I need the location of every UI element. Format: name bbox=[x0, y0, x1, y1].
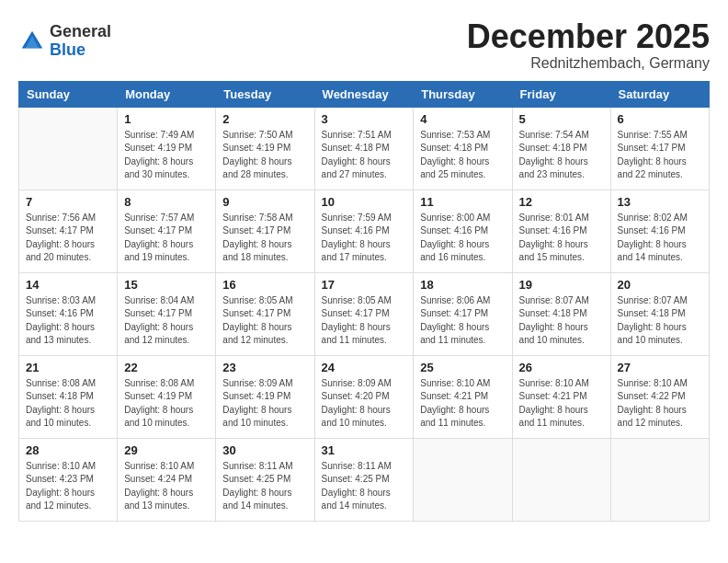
day-info: Sunrise: 8:10 AM Sunset: 4:23 PM Dayligh… bbox=[26, 460, 110, 513]
day-info: Sunrise: 8:04 AM Sunset: 4:17 PM Dayligh… bbox=[124, 294, 209, 348]
calendar-week-row: 14Sunrise: 8:03 AM Sunset: 4:16 PM Dayli… bbox=[19, 272, 710, 355]
weekday-header: Tuesday bbox=[216, 81, 314, 107]
calendar-cell: 7Sunrise: 7:56 AM Sunset: 4:17 PM Daylig… bbox=[19, 190, 118, 272]
day-number: 31 bbox=[322, 443, 407, 457]
day-info: Sunrise: 7:56 AM Sunset: 4:17 PM Dayligh… bbox=[26, 212, 110, 265]
calendar-cell: 8Sunrise: 7:57 AM Sunset: 4:17 PM Daylig… bbox=[118, 190, 216, 272]
calendar-cell bbox=[512, 438, 610, 521]
calendar-cell: 16Sunrise: 8:05 AM Sunset: 4:17 PM Dayli… bbox=[216, 272, 314, 355]
day-number: 25 bbox=[420, 361, 505, 374]
day-number: 26 bbox=[519, 361, 604, 374]
day-number: 13 bbox=[618, 195, 702, 209]
day-number: 2 bbox=[222, 112, 307, 126]
calendar-cell: 3Sunrise: 7:51 AM Sunset: 4:18 PM Daylig… bbox=[314, 107, 414, 190]
day-info: Sunrise: 8:07 AM Sunset: 4:18 PM Dayligh… bbox=[618, 294, 702, 348]
weekday-header: Friday bbox=[512, 81, 610, 107]
day-number: 20 bbox=[618, 278, 702, 292]
day-info: Sunrise: 7:59 AM Sunset: 4:16 PM Dayligh… bbox=[322, 212, 407, 265]
day-number: 28 bbox=[26, 443, 110, 457]
calendar-cell: 25Sunrise: 8:10 AM Sunset: 4:21 PM Dayli… bbox=[414, 355, 512, 438]
day-info: Sunrise: 8:00 AM Sunset: 4:16 PM Dayligh… bbox=[420, 212, 505, 265]
day-number: 11 bbox=[420, 195, 505, 209]
day-number: 8 bbox=[124, 195, 209, 209]
weekday-header: Saturday bbox=[610, 81, 709, 107]
day-number: 10 bbox=[322, 195, 407, 209]
calendar-cell: 15Sunrise: 8:04 AM Sunset: 4:17 PM Dayli… bbox=[118, 272, 216, 355]
calendar-cell: 19Sunrise: 8:07 AM Sunset: 4:18 PM Dayli… bbox=[512, 272, 610, 355]
day-info: Sunrise: 8:11 AM Sunset: 4:25 PM Dayligh… bbox=[222, 460, 307, 513]
day-info: Sunrise: 8:10 AM Sunset: 4:21 PM Dayligh… bbox=[519, 377, 604, 431]
day-number: 18 bbox=[420, 278, 505, 292]
calendar-cell: 4Sunrise: 7:53 AM Sunset: 4:18 PM Daylig… bbox=[414, 107, 512, 190]
calendar-cell: 5Sunrise: 7:54 AM Sunset: 4:18 PM Daylig… bbox=[512, 107, 610, 190]
calendar-cell: 18Sunrise: 8:06 AM Sunset: 4:17 PM Dayli… bbox=[414, 272, 512, 355]
weekday-header: Monday bbox=[118, 81, 216, 107]
day-number: 9 bbox=[222, 195, 307, 209]
calendar-cell: 24Sunrise: 8:09 AM Sunset: 4:20 PM Dayli… bbox=[314, 355, 414, 438]
day-info: Sunrise: 8:07 AM Sunset: 4:18 PM Dayligh… bbox=[519, 294, 604, 348]
day-info: Sunrise: 7:58 AM Sunset: 4:17 PM Dayligh… bbox=[222, 212, 307, 265]
day-info: Sunrise: 8:05 AM Sunset: 4:17 PM Dayligh… bbox=[222, 294, 307, 348]
day-info: Sunrise: 7:51 AM Sunset: 4:18 PM Dayligh… bbox=[322, 129, 407, 182]
day-number: 29 bbox=[124, 443, 209, 457]
day-number: 4 bbox=[420, 112, 505, 126]
calendar-cell: 28Sunrise: 8:10 AM Sunset: 4:23 PM Dayli… bbox=[19, 438, 118, 521]
day-info: Sunrise: 8:08 AM Sunset: 4:18 PM Dayligh… bbox=[26, 377, 110, 431]
calendar-cell: 29Sunrise: 8:10 AM Sunset: 4:24 PM Dayli… bbox=[118, 438, 216, 521]
day-info: Sunrise: 8:05 AM Sunset: 4:17 PM Dayligh… bbox=[322, 294, 407, 348]
day-info: Sunrise: 8:01 AM Sunset: 4:16 PM Dayligh… bbox=[519, 212, 604, 265]
calendar-cell: 14Sunrise: 8:03 AM Sunset: 4:16 PM Dayli… bbox=[19, 272, 118, 355]
day-number: 1 bbox=[124, 112, 209, 126]
day-info: Sunrise: 7:57 AM Sunset: 4:17 PM Dayligh… bbox=[124, 212, 209, 265]
day-number: 24 bbox=[322, 361, 407, 374]
calendar-cell: 13Sunrise: 8:02 AM Sunset: 4:16 PM Dayli… bbox=[610, 190, 709, 272]
logo: General Blue bbox=[18, 23, 111, 60]
day-number: 16 bbox=[222, 278, 307, 292]
day-info: Sunrise: 8:10 AM Sunset: 4:24 PM Dayligh… bbox=[124, 460, 209, 513]
day-number: 5 bbox=[519, 112, 604, 126]
day-number: 17 bbox=[322, 278, 407, 292]
calendar-cell: 9Sunrise: 7:58 AM Sunset: 4:17 PM Daylig… bbox=[216, 190, 314, 272]
day-number: 27 bbox=[618, 361, 702, 374]
calendar-cell: 20Sunrise: 8:07 AM Sunset: 4:18 PM Dayli… bbox=[610, 272, 709, 355]
weekday-header: Thursday bbox=[414, 81, 512, 107]
calendar-cell: 26Sunrise: 8:10 AM Sunset: 4:21 PM Dayli… bbox=[512, 355, 610, 438]
day-info: Sunrise: 8:09 AM Sunset: 4:19 PM Dayligh… bbox=[222, 377, 307, 431]
location: Rednitzhembach, Germany bbox=[467, 55, 710, 72]
calendar-cell: 31Sunrise: 8:11 AM Sunset: 4:25 PM Dayli… bbox=[314, 438, 414, 521]
day-number: 19 bbox=[519, 278, 604, 292]
day-number: 23 bbox=[222, 361, 307, 374]
logo-text: General Blue bbox=[50, 23, 111, 60]
day-number: 14 bbox=[26, 278, 110, 292]
day-info: Sunrise: 8:11 AM Sunset: 4:25 PM Dayligh… bbox=[322, 460, 407, 513]
calendar-cell: 2Sunrise: 7:50 AM Sunset: 4:19 PM Daylig… bbox=[216, 107, 314, 190]
day-number: 30 bbox=[222, 443, 307, 457]
day-info: Sunrise: 7:54 AM Sunset: 4:18 PM Dayligh… bbox=[519, 129, 604, 182]
calendar-cell: 6Sunrise: 7:55 AM Sunset: 4:17 PM Daylig… bbox=[610, 107, 709, 190]
day-number: 21 bbox=[26, 361, 110, 374]
weekday-header: Sunday bbox=[19, 81, 118, 107]
day-info: Sunrise: 8:03 AM Sunset: 4:16 PM Dayligh… bbox=[26, 294, 110, 348]
day-info: Sunrise: 7:55 AM Sunset: 4:17 PM Dayligh… bbox=[618, 129, 702, 182]
calendar-table: SundayMondayTuesdayWednesdayThursdayFrid… bbox=[18, 81, 710, 522]
weekday-header: Wednesday bbox=[314, 81, 414, 107]
calendar-cell bbox=[19, 107, 118, 190]
calendar-cell: 17Sunrise: 8:05 AM Sunset: 4:17 PM Dayli… bbox=[314, 272, 414, 355]
calendar-cell: 1Sunrise: 7:49 AM Sunset: 4:19 PM Daylig… bbox=[118, 107, 216, 190]
day-info: Sunrise: 8:10 AM Sunset: 4:22 PM Dayligh… bbox=[618, 377, 702, 431]
day-info: Sunrise: 8:10 AM Sunset: 4:21 PM Dayligh… bbox=[420, 377, 505, 431]
day-number: 22 bbox=[124, 361, 209, 374]
day-number: 3 bbox=[322, 112, 407, 126]
day-info: Sunrise: 7:50 AM Sunset: 4:19 PM Dayligh… bbox=[222, 129, 307, 182]
month-title: December 2025 bbox=[467, 18, 710, 55]
day-number: 7 bbox=[26, 195, 110, 209]
day-info: Sunrise: 8:09 AM Sunset: 4:20 PM Dayligh… bbox=[322, 377, 407, 431]
calendar-cell: 11Sunrise: 8:00 AM Sunset: 4:16 PM Dayli… bbox=[414, 190, 512, 272]
calendar-cell: 22Sunrise: 8:08 AM Sunset: 4:19 PM Dayli… bbox=[118, 355, 216, 438]
calendar-cell: 12Sunrise: 8:01 AM Sunset: 4:16 PM Dayli… bbox=[512, 190, 610, 272]
calendar-week-row: 28Sunrise: 8:10 AM Sunset: 4:23 PM Dayli… bbox=[19, 438, 710, 521]
title-block: December 2025 Rednitzhembach, Germany bbox=[467, 18, 710, 72]
calendar-cell: 27Sunrise: 8:10 AM Sunset: 4:22 PM Dayli… bbox=[610, 355, 709, 438]
day-number: 15 bbox=[124, 278, 209, 292]
calendar-cell: 21Sunrise: 8:08 AM Sunset: 4:18 PM Dayli… bbox=[19, 355, 118, 438]
